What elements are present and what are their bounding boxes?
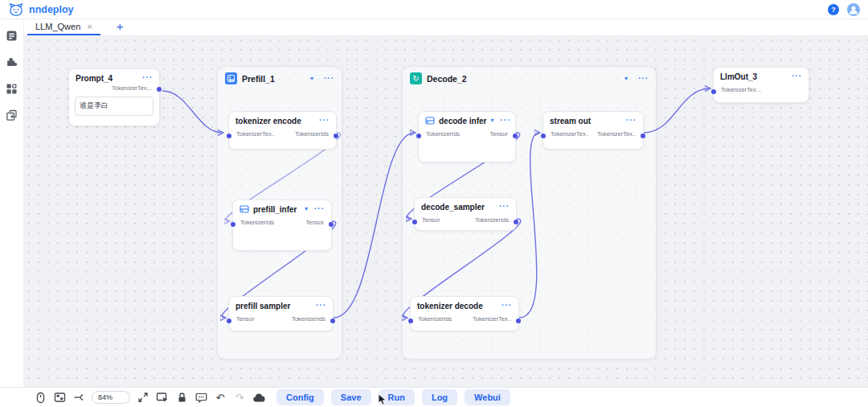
node-menu-icon[interactable]: ··· xyxy=(319,117,330,125)
tab-label: LLM_Qwen xyxy=(35,22,80,31)
node-decode-infer[interactable]: decode infer ▾ ··· TokenizerIds Tensor xyxy=(418,111,516,162)
output-port-label: TokenizerTex.. xyxy=(473,315,511,323)
node-menu-icon[interactable]: ··· xyxy=(499,203,510,211)
mouse-mode-icon[interactable] xyxy=(31,390,50,405)
run-button[interactable]: Run xyxy=(379,389,415,405)
output-port-label: TokenizerIds xyxy=(475,216,509,224)
nndeploy-logo-icon xyxy=(8,2,24,17)
add-tab-button[interactable]: + xyxy=(117,19,124,35)
output-port[interactable] xyxy=(516,319,521,323)
notebook-icon xyxy=(6,30,18,42)
output-port-label: TokenizerTex... xyxy=(112,84,152,92)
input-port[interactable] xyxy=(412,220,417,224)
output-port-label: TokenizerTex.. xyxy=(597,130,636,138)
node-title: tokenizer encode xyxy=(235,117,301,125)
edge-prompt-to-encode xyxy=(162,91,223,133)
group-title: Decode_2 xyxy=(427,74,467,84)
brand-name: nndeploy xyxy=(29,4,74,15)
group-menu-icon[interactable]: ··· xyxy=(638,75,649,83)
sidebar-item-plugins[interactable] xyxy=(6,56,18,68)
minimap-icon[interactable] xyxy=(50,390,69,405)
app-window: nndeploy ? xyxy=(0,0,868,407)
node-menu-icon[interactable]: ··· xyxy=(314,205,325,213)
input-port-label: TokenizerTex.. xyxy=(236,130,275,138)
output-port[interactable] xyxy=(334,134,338,138)
prefill-group-icon xyxy=(225,72,237,84)
node-prompt[interactable]: Prompt_4 ··· TokenizerTex... 谁是李白 xyxy=(68,68,160,126)
prompt-text-input[interactable]: 谁是李白 xyxy=(75,97,154,116)
node-menu-icon[interactable]: ··· xyxy=(500,117,510,125)
node-title: LlmOut_3 xyxy=(720,72,757,81)
group-prefill-header[interactable]: Prefill_1 ▾ ··· xyxy=(218,67,342,90)
tab-close-icon[interactable]: × xyxy=(87,23,92,31)
fullscreen-icon[interactable] xyxy=(133,390,153,405)
components-grid-icon xyxy=(6,83,18,95)
save-button[interactable]: Save xyxy=(331,389,371,405)
output-port[interactable] xyxy=(641,134,645,138)
flow-canvas[interactable]: Prefill_1 ▾ ··· ↻ Decode_2 ▾ ··· xyxy=(24,35,868,387)
group-menu-icon[interactable]: ··· xyxy=(324,75,334,83)
tab-llm-qwen[interactable]: LLM_Qwen × xyxy=(27,22,100,35)
input-port-label: TokenizerIds xyxy=(240,219,274,226)
left-sidebar xyxy=(0,19,24,407)
config-button[interactable]: Config xyxy=(276,389,324,405)
undo-icon[interactable]: ↶ xyxy=(211,390,230,405)
input-port-label: TokenizerIds xyxy=(426,130,460,138)
output-port[interactable] xyxy=(514,220,518,224)
sidebar-item-new-window[interactable] xyxy=(6,109,18,121)
cloud-save-icon[interactable] xyxy=(249,390,268,405)
output-port-label: TokenizerIds xyxy=(295,130,329,138)
node-title: tokenizer decode xyxy=(417,302,483,310)
node-title: prefill_infer xyxy=(253,205,297,214)
redo-icon[interactable]: ↷ xyxy=(230,390,249,405)
sidebar-item-nodes[interactable] xyxy=(6,29,18,42)
node-title: prefill sampler xyxy=(235,302,290,310)
input-port[interactable] xyxy=(541,134,546,138)
input-port-label: TokenizerIds xyxy=(418,315,452,323)
input-port-label: Tensor xyxy=(236,315,255,323)
zoom-level-input[interactable]: 84% xyxy=(92,391,130,404)
node-prefill-sampler[interactable]: prefill sampler ··· Tensor TokenizerIds xyxy=(228,296,334,331)
fit-view-icon[interactable] xyxy=(69,390,88,405)
node-llmout[interactable]: LlmOut_3 ··· TokenizerTex... xyxy=(713,67,809,103)
webui-button[interactable]: Webui xyxy=(465,389,510,405)
node-stream-out[interactable]: stream out ··· TokenizerTex.. TokenizerT… xyxy=(542,111,644,150)
node-decode-sampler[interactable]: decode_sampler ··· Tensor TokenizerIds xyxy=(414,197,517,231)
node-menu-icon[interactable]: ··· xyxy=(502,302,512,310)
input-port[interactable] xyxy=(227,134,231,138)
log-button[interactable]: Log xyxy=(422,389,457,405)
decode-group-icon: ↻ xyxy=(410,72,422,84)
input-port[interactable] xyxy=(227,319,231,323)
output-port[interactable] xyxy=(330,319,335,323)
group-decode-header[interactable]: ↻ Decode_2 ▾ ··· xyxy=(403,67,656,90)
collapse-caret-icon[interactable]: ▾ xyxy=(305,206,308,212)
help-icon[interactable]: ? xyxy=(828,4,839,15)
input-port[interactable] xyxy=(416,134,421,138)
output-port[interactable] xyxy=(329,222,334,227)
collapse-caret-icon[interactable]: ▾ xyxy=(624,76,628,82)
collapse-caret-icon[interactable]: ▾ xyxy=(310,76,313,82)
output-port[interactable] xyxy=(157,87,162,92)
select-area-icon[interactable] xyxy=(153,390,172,405)
output-port-label: TokenizerIds xyxy=(292,315,326,323)
node-menu-icon[interactable]: ··· xyxy=(142,74,153,82)
top-header: nndeploy ? xyxy=(0,0,868,19)
node-title: Prompt_4 xyxy=(76,74,113,83)
brand[interactable]: nndeploy xyxy=(8,2,74,17)
node-tokenizer-decode[interactable]: tokenizer decode ··· TokenizerIds Tokeni… xyxy=(410,296,519,331)
input-port[interactable] xyxy=(408,319,413,323)
node-menu-icon[interactable]: ··· xyxy=(792,72,802,80)
user-avatar[interactable] xyxy=(847,3,860,16)
output-port[interactable] xyxy=(513,134,518,138)
node-prefill-infer[interactable]: prefill_infer ▾ ··· TokenizerIds Tensor xyxy=(232,199,332,251)
comment-icon[interactable] xyxy=(191,390,211,405)
node-menu-icon[interactable]: ··· xyxy=(626,117,637,125)
lock-icon[interactable] xyxy=(172,390,191,405)
bottom-toolbar: 84% ↶ ↷ Config Save Run Log Webui xyxy=(0,387,868,407)
input-port[interactable] xyxy=(711,89,716,94)
node-menu-icon[interactable]: ··· xyxy=(316,302,326,310)
node-tokenizer-encode[interactable]: tokenizer encode ··· TokenizerTex.. Toke… xyxy=(228,111,337,150)
sidebar-item-components[interactable] xyxy=(6,82,18,95)
input-port[interactable] xyxy=(231,222,235,227)
collapse-caret-icon[interactable]: ▾ xyxy=(490,117,493,124)
